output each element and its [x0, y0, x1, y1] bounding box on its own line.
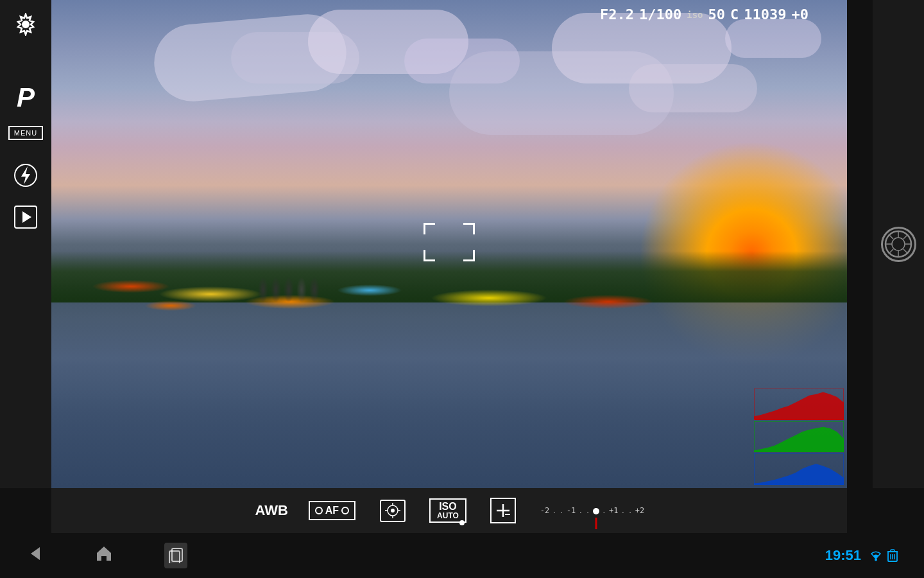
settings-button[interactable]	[6, 5, 45, 44]
menu-button[interactable]: MENU	[8, 126, 43, 140]
af-button[interactable]: AF	[309, 501, 355, 520]
exp-dot4: .	[585, 506, 590, 515]
iso-button[interactable]: ISO AUTO	[429, 498, 466, 523]
exp-dot1: .	[552, 506, 556, 515]
flash-button[interactable]	[10, 159, 42, 191]
svg-rect-45	[891, 550, 894, 552]
wifi-icon	[869, 550, 883, 561]
svg-marker-8	[754, 426, 844, 452]
histogram	[751, 385, 847, 488]
bottom-toolbar: AWB AF ISO AUTO	[51, 488, 847, 533]
svg-marker-10	[754, 464, 844, 485]
svg-line-27	[889, 249, 893, 254]
exp-dot2: .	[560, 506, 564, 515]
recents-button[interactable]	[164, 543, 187, 568]
bracket-corner-bl	[424, 250, 435, 261]
svg-point-30	[391, 509, 395, 512]
svg-line-25	[903, 249, 908, 254]
clock: 19:51	[825, 547, 861, 564]
top-hud: F2.2 1/100 iso 50 C 11039 +0	[600, 6, 809, 22]
svg-line-24	[889, 234, 893, 239]
svg-point-19	[892, 238, 905, 250]
histogram-green	[754, 421, 844, 453]
aperture-value: F2.2	[600, 6, 634, 22]
back-button[interactable]	[26, 545, 44, 566]
bracket-corner-br	[463, 250, 475, 261]
bracket-corner-tr	[463, 223, 475, 234]
svg-marker-3	[21, 166, 30, 184]
viewfinder[interactable]: F2.2 1/100 iso 50 C 11039 +0	[51, 0, 847, 488]
trash-icon	[887, 548, 898, 563]
frame-count: 11039	[744, 6, 786, 22]
iso-value: 50	[708, 6, 726, 22]
status-icons	[869, 548, 898, 563]
af-label: AF	[325, 505, 339, 516]
iso-toolbar-label: ISO	[439, 502, 457, 512]
right-sidebar	[873, 0, 924, 488]
histogram-blue	[754, 453, 844, 485]
svg-rect-41	[169, 551, 180, 563]
exp-center	[593, 506, 599, 515]
left-sidebar: P MENU	[0, 0, 51, 488]
awb-label: AWB	[255, 504, 288, 518]
svg-marker-38	[31, 547, 40, 560]
svg-marker-5	[22, 211, 31, 223]
histogram-red	[754, 389, 844, 420]
ev-button[interactable]	[486, 498, 521, 523]
android-status: 19:51	[825, 547, 898, 564]
mode-p[interactable]: P	[17, 82, 35, 113]
gallery-button[interactable]	[10, 201, 42, 233]
svg-marker-39	[97, 547, 111, 561]
exp-dot3: .	[578, 506, 583, 515]
iso-auto-label: AUTO	[437, 512, 459, 520]
ev-value: +0	[792, 6, 809, 22]
focus-bracket	[424, 223, 475, 261]
exp-minus2: -2	[540, 506, 549, 515]
exp-dot6: .	[620, 506, 625, 515]
home-button[interactable]	[95, 545, 113, 566]
awb-button[interactable]: AWB	[254, 504, 289, 518]
shutter-value: 1/100	[639, 6, 681, 22]
svg-line-26	[903, 234, 908, 239]
android-bar: 19:51	[0, 533, 924, 578]
android-nav	[26, 543, 187, 568]
svg-point-42	[875, 559, 877, 561]
iso-label: iso	[687, 10, 703, 20]
bracket-corner-tl	[424, 223, 435, 234]
bracket-value: C	[730, 6, 739, 22]
exposure-scale: -2 . . -1 . . . +1 . . +2	[540, 506, 644, 515]
exp-plus1: +1	[609, 506, 618, 515]
exp-plus2: +2	[635, 506, 644, 515]
exp-dot7: .	[628, 506, 633, 515]
svg-marker-6	[754, 392, 844, 419]
exp-minus1: -1	[567, 506, 576, 515]
metering-button[interactable]	[375, 500, 410, 522]
exp-dot5: .	[602, 506, 606, 515]
dock-indicator	[459, 520, 465, 525]
shutter-button[interactable]	[881, 227, 916, 262]
